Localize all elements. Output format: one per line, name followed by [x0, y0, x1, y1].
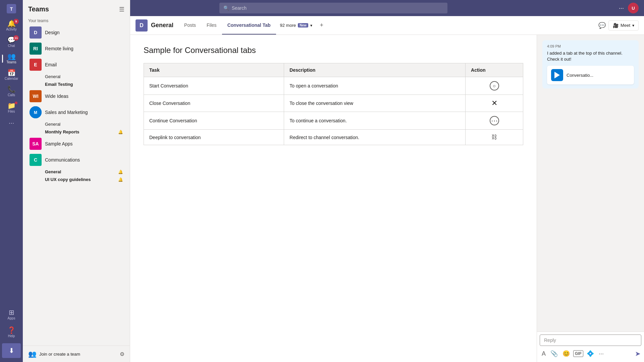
avatar: SA [30, 138, 42, 150]
search-bar[interactable]: 🔍 [219, 3, 447, 13]
files-label: Files [8, 110, 15, 113]
sidebar-item-more[interactable]: ··· [2, 117, 21, 128]
your-teams-label: Your teams [23, 16, 130, 24]
channel-name: General [45, 122, 123, 127]
sidebar-item-chat[interactable]: 11 💬 Chat [2, 35, 21, 50]
help-icon: ❓ [7, 327, 16, 334]
emoji-icon[interactable]: 😊 [561, 349, 571, 358]
rail-bottom: ⊞ Apps ❓ Help ⬇ [2, 306, 21, 362]
join-team-label[interactable]: Join or create a team [39, 352, 117, 357]
tab-files[interactable]: Files [201, 16, 222, 35]
ellipsis-icon[interactable]: ··· [111, 46, 115, 52]
more-options-icon[interactable]: ··· [619, 5, 624, 12]
action-cell[interactable]: ⋯ [466, 112, 523, 130]
avatar: WI [30, 90, 42, 102]
sidebar-item-calendar[interactable]: 📅 Calendar [2, 67, 21, 82]
gif-icon[interactable]: GIF [573, 350, 583, 357]
action-cell[interactable]: ○ [466, 77, 523, 95]
task-cell: Continue Conversation [144, 112, 284, 130]
attach-icon[interactable]: 📎 [549, 349, 559, 358]
column-header-task: Task [144, 63, 284, 77]
action-icon[interactable]: ○ [490, 81, 499, 90]
team-item-design[interactable]: D Design ··· 🔔 [24, 24, 128, 41]
task-cell: Close Conversation [144, 95, 284, 112]
more-tabs-button[interactable]: 92 more New ▾ [276, 16, 316, 35]
svg-marker-4 [554, 72, 560, 78]
ellipsis-icon[interactable]: ··· [119, 62, 123, 68]
channel-item-email-testing[interactable]: Email Testing [24, 80, 128, 88]
team-item-wide-ideas[interactable]: WI Wide Ideas ··· [24, 88, 128, 104]
teams-label: Teams [6, 60, 16, 64]
sidebar: Teams ☰ Your teams D Design ··· 🔔 RI Rem… [23, 0, 130, 362]
team-name: Remote living [45, 46, 111, 51]
activity-badge: 9 [13, 19, 19, 24]
meet-button[interactable]: 🎥 Meet ▾ [608, 20, 639, 31]
header-tabs: Posts Files Conversational Tab 92 more N… [179, 16, 598, 35]
channel-item-general-comms[interactable]: General 🔔 [24, 168, 128, 176]
channel-item-general-email[interactable]: General [24, 73, 128, 80]
header-actions: 💬 🎥 Meet ▾ [598, 20, 639, 31]
new-badge: New [298, 23, 308, 27]
format-icon[interactable]: A [540, 350, 547, 358]
left-rail: T 9 🔔 Activity 11 💬 Chat 👥 Teams 📅 Calen… [0, 0, 23, 362]
team-item-communications[interactable]: C Communications ··· [24, 152, 128, 168]
action-cell[interactable]: ⛓ [466, 130, 523, 145]
team-item-remote-living[interactable]: RI Remote living ··· 🔔 [24, 41, 128, 57]
sidebar-item-apps[interactable]: ⊞ Apps [2, 307, 21, 322]
conversation-icon[interactable]: 💬 [598, 22, 606, 29]
user-avatar[interactable]: U [628, 3, 639, 13]
channel-item-general-sales[interactable]: General [24, 120, 128, 128]
avatar: E [30, 59, 42, 71]
action-icon[interactable]: ✕ [491, 99, 497, 107]
channel-item-ui-ux[interactable]: UI UX copy guidelines 🔔 [24, 176, 128, 183]
chat-badge: 11 [13, 35, 19, 41]
team-item-sample-apps[interactable]: SA Sample Apps ··· [24, 136, 128, 152]
table-row: Start Conversation To open a conversatio… [144, 77, 523, 95]
team-name: Wide Ideas [45, 94, 119, 99]
reply-input[interactable] [544, 338, 637, 343]
team-item-email[interactable]: E Email ··· [24, 57, 128, 73]
chevron-down-icon: ▾ [310, 23, 312, 28]
channel-name: Email Testing [45, 82, 123, 87]
tab-posts[interactable]: Posts [179, 16, 201, 35]
team-name: Email [45, 62, 119, 67]
conversation-message-area: 4:09 PM I added a tab at the top of this… [537, 35, 644, 331]
calls-label: Calls [8, 93, 15, 97]
sidebar-item-calls[interactable]: 📞 Calls [2, 84, 21, 99]
action-icon[interactable]: ⋯ [490, 116, 499, 125]
sticker-icon[interactable]: 💠 [585, 349, 595, 358]
settings-icon[interactable]: ⚙ [120, 351, 124, 357]
ellipsis-icon[interactable]: ··· [119, 141, 123, 147]
reply-toolbar: A 📎 😊 GIF 💠 ··· ➤ [540, 348, 641, 359]
sidebar-item-activity[interactable]: 9 🔔 Activity [2, 18, 21, 33]
sidebar-item-help[interactable]: ❓ Help [2, 325, 21, 340]
topbar: 🔍 ··· U [130, 0, 644, 16]
ellipsis-icon[interactable]: ··· [111, 29, 115, 36]
bell-icon: 🔔 [118, 130, 123, 134]
action-cell[interactable]: ✕ [466, 95, 523, 112]
ellipsis-icon[interactable]: ··· [119, 93, 123, 99]
action-icon[interactable]: ⛓ [491, 134, 497, 140]
bell-icon: 🔔 [117, 30, 123, 35]
sidebar-title: Teams [28, 5, 49, 13]
sidebar-item-files[interactable]: 📁 Files [2, 100, 21, 115]
add-tab-button[interactable]: + [316, 20, 327, 31]
avatar: RI [30, 43, 42, 55]
search-input[interactable] [232, 5, 443, 11]
tab-conversational[interactable]: Conversational Tab [222, 16, 276, 35]
download-button[interactable]: ⬇ [2, 343, 21, 358]
ellipsis-icon[interactable]: ··· [119, 157, 123, 163]
filter-icon[interactable]: ☰ [119, 6, 124, 13]
conversation-card[interactable]: Conversatio... [547, 66, 634, 84]
team-item-sales-marketing[interactable]: M Sales and Marketing ··· [24, 104, 128, 120]
channel-item-monthly-reports[interactable]: Monthly Reports 🔔 [24, 128, 128, 136]
channel-avatar: D [136, 19, 148, 32]
sidebar-item-teams[interactable]: 👥 Teams [2, 51, 21, 66]
sidebar-footer: 👥 Join or create a team ⚙ [23, 346, 130, 362]
ellipsis-icon[interactable]: ··· [119, 109, 123, 115]
camera-icon: 🎥 [613, 23, 619, 28]
conversation-panel: 4:09 PM I added a tab at the top of this… [537, 35, 644, 362]
meet-label: Meet [621, 23, 630, 28]
send-button[interactable]: ➤ [635, 350, 641, 358]
more-options-icon[interactable]: ··· [597, 350, 605, 358]
